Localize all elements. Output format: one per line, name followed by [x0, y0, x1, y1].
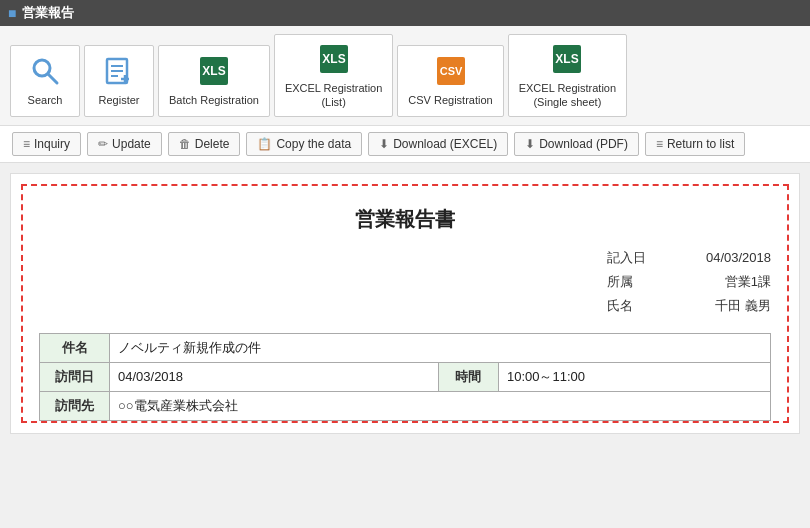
download-excel-button[interactable]: ⬇ Download (EXCEL) — [368, 132, 508, 156]
register-button[interactable]: Register — [84, 45, 154, 117]
search-icon — [27, 53, 63, 89]
register-button-label: Register — [99, 93, 140, 107]
name-value: 千田 義男 — [671, 297, 771, 315]
download-pdf-icon: ⬇ — [525, 137, 535, 151]
update-label: Update — [112, 137, 151, 151]
entry-date-value: 04/03/2018 — [671, 250, 771, 265]
csv-button-label: CSV Registration — [408, 93, 492, 107]
csv-button[interactable]: CSV CSV Registration — [397, 45, 503, 117]
visit-date-label: 訪問日 — [40, 362, 110, 391]
copy-label: Copy the data — [276, 137, 351, 151]
entry-date-row: 記入日 04/03/2018 — [607, 249, 771, 267]
delete-label: Delete — [195, 137, 230, 151]
svg-text:XLS: XLS — [202, 64, 225, 78]
visit-dest-label: 訪問先 — [40, 391, 110, 420]
table-row: 訪問日 04/03/2018 時間 10:00～11:00 — [40, 362, 771, 391]
title-bar-text: 営業報告 — [22, 4, 74, 22]
svg-line-1 — [48, 74, 57, 83]
table-row: 件名 ノベルティ新規作成の件 — [40, 333, 771, 362]
visit-dest-value: ○○電気産業株式会社 — [110, 391, 771, 420]
search-button[interactable]: Search — [10, 45, 80, 117]
copy-button[interactable]: 📋 Copy the data — [246, 132, 362, 156]
batch-icon: XLS — [196, 53, 232, 89]
report-header-info: 記入日 04/03/2018 所属 営業1課 氏名 千田 義男 — [39, 249, 771, 329]
download-excel-label: Download (EXCEL) — [393, 137, 497, 151]
update-icon: ✏ — [98, 137, 108, 151]
download-excel-icon: ⬇ — [379, 137, 389, 151]
download-pdf-label: Download (PDF) — [539, 137, 628, 151]
time-value: 10:00～11:00 — [498, 362, 770, 391]
action-bar: ≡ Inquiry ✏ Update 🗑 Delete 📋 Copy the d… — [0, 126, 810, 163]
toolbar: Search Register XLS Batch Registration — [0, 26, 810, 126]
main-content: 営業報告書 記入日 04/03/2018 所属 営業1課 氏名 千田 義男 件名… — [10, 173, 800, 434]
svg-text:CSV: CSV — [439, 65, 462, 77]
subject-value: ノベルティ新規作成の件 — [110, 333, 771, 362]
inquiry-icon: ≡ — [23, 137, 30, 151]
excel-list-icon: XLS — [316, 41, 352, 77]
csv-icon: CSV — [433, 53, 469, 89]
report-table: 件名 ノベルティ新規作成の件 訪問日 04/03/2018 時間 10:00～1… — [39, 333, 771, 421]
svg-text:XLS: XLS — [556, 52, 579, 66]
inquiry-button[interactable]: ≡ Inquiry — [12, 132, 81, 156]
download-pdf-button[interactable]: ⬇ Download (PDF) — [514, 132, 639, 156]
batch-button-label: Batch Registration — [169, 93, 259, 107]
time-label: 時間 — [438, 362, 498, 391]
name-label: 氏名 — [607, 297, 647, 315]
return-button[interactable]: ≡ Return to list — [645, 132, 745, 156]
return-label: Return to list — [667, 137, 734, 151]
excel-single-icon: XLS — [549, 41, 585, 77]
report-section: 営業報告書 記入日 04/03/2018 所属 営業1課 氏名 千田 義男 件名… — [21, 184, 789, 423]
excel-list-button[interactable]: XLS EXCEL Registration(List) — [274, 34, 393, 117]
batch-registration-button[interactable]: XLS Batch Registration — [158, 45, 270, 117]
table-row: 訪問先 ○○電気産業株式会社 — [40, 391, 771, 420]
excel-single-button[interactable]: XLS EXCEL Registration(Single sheet) — [508, 34, 627, 117]
title-bar: ■ 営業報告 — [0, 0, 810, 26]
inquiry-label: Inquiry — [34, 137, 70, 151]
report-title: 営業報告書 — [39, 196, 771, 249]
search-button-label: Search — [28, 93, 63, 107]
copy-icon: 📋 — [257, 137, 272, 151]
update-button[interactable]: ✏ Update — [87, 132, 162, 156]
entry-date-label: 記入日 — [607, 249, 647, 267]
svg-text:XLS: XLS — [322, 52, 345, 66]
title-bar-icon: ■ — [8, 5, 16, 21]
subject-label: 件名 — [40, 333, 110, 362]
excel-list-button-label: EXCEL Registration(List) — [285, 81, 382, 110]
department-label: 所属 — [607, 273, 647, 291]
return-icon: ≡ — [656, 137, 663, 151]
name-row: 氏名 千田 義男 — [607, 297, 771, 315]
delete-icon: 🗑 — [179, 137, 191, 151]
department-row: 所属 営業1課 — [607, 273, 771, 291]
excel-single-button-label: EXCEL Registration(Single sheet) — [519, 81, 616, 110]
delete-button[interactable]: 🗑 Delete — [168, 132, 241, 156]
register-icon — [101, 53, 137, 89]
visit-date-value: 04/03/2018 — [110, 362, 439, 391]
department-value: 営業1課 — [671, 273, 771, 291]
